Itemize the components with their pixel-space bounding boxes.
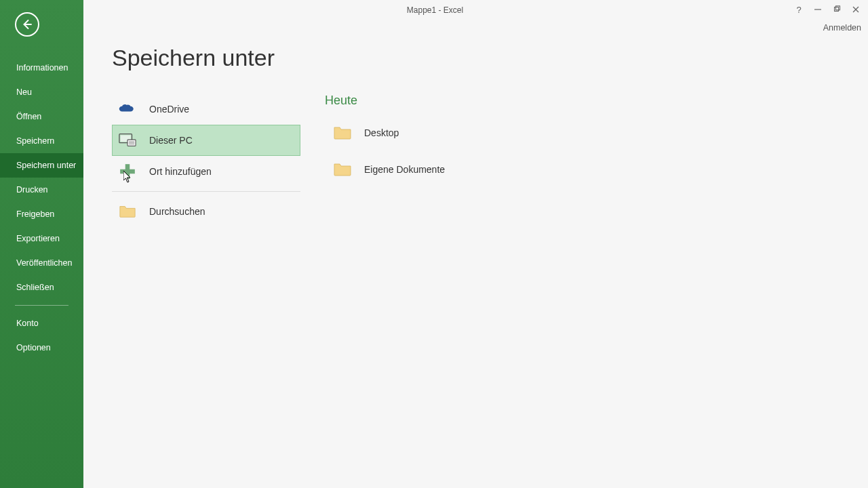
folder-icon xyxy=(333,125,352,140)
close-icon xyxy=(852,5,860,14)
folder-icon xyxy=(333,162,352,177)
nav-speichern[interactable]: Speichern xyxy=(0,129,83,153)
recent-section-title: Heute xyxy=(325,94,841,108)
content-area: Mappe1 - Excel ? Anmelden Speichern unte… xyxy=(83,0,868,488)
backstage-sidebar: Informationen Neu Öffnen Speichern Speic… xyxy=(0,0,83,488)
nav-separator xyxy=(15,305,68,306)
folder-icon xyxy=(118,202,137,221)
location-label: Dieser PC xyxy=(149,135,193,146)
minimize-icon xyxy=(814,5,822,14)
save-locations-panel: OneDrive Dieser PC Ort hinzufügen xyxy=(83,39,300,488)
location-separator xyxy=(112,191,300,192)
arrow-left-icon xyxy=(21,18,33,30)
help-icon: ? xyxy=(796,5,801,15)
sign-in-link[interactable]: Anmelden xyxy=(823,23,861,33)
backstage-nav: Informationen Neu Öffnen Speichern Speic… xyxy=(0,56,83,360)
nav-schliessen[interactable]: Schließen xyxy=(0,275,83,300)
onedrive-icon xyxy=(118,100,137,119)
nav-drucken[interactable]: Drucken xyxy=(0,178,83,202)
svg-rect-2 xyxy=(835,7,839,12)
nav-freigeben[interactable]: Freigeben xyxy=(0,202,83,226)
location-browse[interactable]: Durchsuchen xyxy=(112,196,300,227)
location-this-pc[interactable]: Dieser PC xyxy=(112,125,300,156)
restore-button[interactable] xyxy=(827,3,846,16)
nav-veroeffentlichen[interactable]: Veröffentlichen xyxy=(0,251,83,275)
minimize-button[interactable] xyxy=(808,3,827,16)
page-heading: Speichern unter xyxy=(112,45,275,71)
this-pc-icon xyxy=(118,131,137,150)
nav-informationen[interactable]: Informationen xyxy=(0,56,83,80)
location-add-place[interactable]: Ort hinzufügen xyxy=(112,156,300,187)
nav-speichern-unter[interactable]: Speichern unter xyxy=(0,153,83,178)
location-label: Durchsuchen xyxy=(149,206,205,217)
nav-oeffnen[interactable]: Öffnen xyxy=(0,104,83,129)
location-label: Ort hinzufügen xyxy=(149,166,212,177)
nav-konto[interactable]: Konto xyxy=(0,311,83,336)
recent-folders-panel: Heute Desktop Eigene Dokumente xyxy=(300,39,868,488)
plus-icon xyxy=(118,162,137,181)
restore-icon xyxy=(833,5,841,14)
nav-neu[interactable]: Neu xyxy=(0,80,83,104)
close-button[interactable] xyxy=(846,3,865,16)
location-label: OneDrive xyxy=(149,104,189,115)
title-bar: Mappe1 - Excel ? xyxy=(83,0,868,20)
recent-folder-documents[interactable]: Eigene Dokumente xyxy=(325,154,841,185)
recent-folder-desktop[interactable]: Desktop xyxy=(325,117,841,148)
location-onedrive[interactable]: OneDrive xyxy=(112,94,300,125)
folder-label: Eigene Dokumente xyxy=(364,164,445,175)
nav-exportieren[interactable]: Exportieren xyxy=(0,226,83,251)
folder-label: Desktop xyxy=(364,127,399,138)
help-button[interactable]: ? xyxy=(789,3,808,16)
nav-optionen[interactable]: Optionen xyxy=(0,336,83,360)
window-title: Mappe1 - Excel xyxy=(407,5,463,15)
svg-rect-13 xyxy=(120,169,135,174)
back-button[interactable] xyxy=(15,12,39,37)
svg-rect-3 xyxy=(836,6,840,10)
